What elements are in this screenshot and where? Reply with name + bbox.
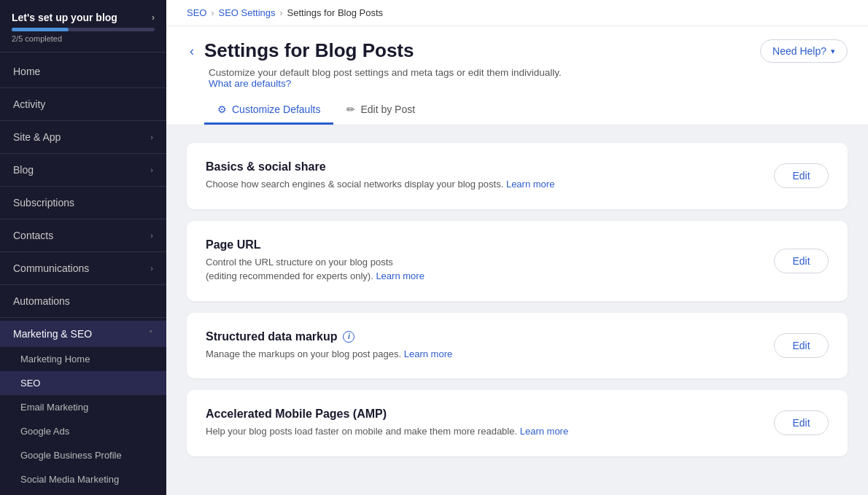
sidebar-item-label: Site & App [13,131,61,143]
setup-banner[interactable]: Let's set up your blog › 2/5 completed [0,0,166,52]
sidebar-item-label: Home [13,66,40,77]
sidebar-item-label: Communications [13,262,89,274]
sidebar-item-activity[interactable]: Activity [0,91,166,117]
sidebar-item-google-ads[interactable]: Google Ads [0,419,166,443]
sidebar-item-marketing-home[interactable]: Marketing Home [0,347,166,371]
card-title: Accelerated Mobile Pages (AMP) [206,408,568,421]
card-basics-social: Basics & social share Choose how search … [187,143,848,209]
setup-completed-text: 2/5 completed [12,34,155,43]
need-help-button[interactable]: Need Help? ▾ [760,39,848,63]
sub-nav-label: Email Marketing [20,402,88,413]
card-desc: Choose how search engines & social netwo… [206,177,554,192]
tabs-container: ⚙ Customize Defaults ✏ Edit by Post [204,96,848,125]
tab-label: Customize Defaults [232,104,320,115]
tab-customize-defaults[interactable]: ⚙ Customize Defaults [204,96,333,125]
nav-section: Home Activity Site & App › Blog › Subscr… [0,52,166,495]
breadcrumb-sep-1: › [211,8,214,18]
learn-more-link[interactable]: Learn more [376,270,424,281]
content-area: Basics & social share Choose how search … [166,125,868,495]
breadcrumb-sep-2: › [280,8,283,18]
card-body: Page URL Control the URL structure on yo… [206,238,425,284]
sub-nav-label: Google Business Profile [20,450,122,461]
card-structured-data: Structured data markup i Manage the mark… [187,313,848,379]
back-button[interactable]: ‹ [187,43,197,59]
learn-more-link[interactable]: Learn more [520,426,568,437]
chevron-down-icon: ▾ [831,47,835,56]
card-desc: Help your blog posts load faster on mobi… [206,424,568,439]
sidebar-item-email-marketing[interactable]: Email Marketing [0,395,166,419]
card-desc: Control the URL structure on your blog p… [206,255,425,284]
breadcrumb-seo-settings[interactable]: SEO Settings [218,7,275,18]
chevron-right-icon: › [150,133,153,141]
sidebar-item-marketing-seo[interactable]: Marketing & SEO ˄ [0,321,166,347]
chevron-right-icon: › [150,231,153,240]
sidebar-item-blog[interactable]: Blog › [0,157,166,183]
pencil-icon: ✏ [346,104,355,115]
breadcrumb-current: Settings for Blog Posts [287,7,384,18]
sub-nav-label: SEO [20,378,40,389]
chevron-up-icon: ˄ [149,330,153,339]
sidebar-item-seo[interactable]: SEO [0,371,166,395]
sidebar-item-label: Marketing & SEO [13,328,92,340]
card-title: Basics & social share [206,160,554,174]
chevron-right-icon: › [150,165,153,174]
sidebar-item-label: Subscriptions [13,197,74,208]
edit-pageurl-button[interactable]: Edit [774,249,829,273]
sidebar-item-contacts[interactable]: Contacts › [0,222,166,249]
sidebar-item-google-business-profile[interactable]: Google Business Profile [0,443,166,467]
sub-nav-label: Social Media Marketing [20,474,119,485]
edit-structured-button[interactable]: Edit [774,333,829,358]
info-icon[interactable]: i [343,331,354,343]
chevron-right-icon: › [150,264,153,273]
learn-more-link[interactable]: Learn more [404,348,452,359]
card-page-url: Page URL Control the URL structure on yo… [187,221,848,301]
sub-nav-label: Marketing Home [20,354,90,365]
page-title: Settings for Blog Posts [204,39,414,62]
card-body: Accelerated Mobile Pages (AMP) Help your… [206,408,568,439]
sidebar-item-subscriptions[interactable]: Subscriptions [0,190,166,216]
learn-more-link[interactable]: Learn more [506,179,554,190]
card-amp: Accelerated Mobile Pages (AMP) Help your… [187,390,848,456]
sub-nav-label: Google Ads [20,426,69,437]
card-body: Structured data markup i Manage the mark… [206,330,452,362]
main-content: SEO › SEO Settings › Settings for Blog P… [166,0,868,495]
need-help-label: Need Help? [772,45,826,57]
page-header: ‹ Settings for Blog Posts Need Help? ▾ C… [166,26,868,125]
sidebar: Let's set up your blog › 2/5 completed H… [0,0,166,495]
setup-arrow-icon: › [152,12,155,23]
sidebar-item-home[interactable]: Home [0,58,166,85]
sidebar-item-label: Activity [13,98,45,110]
edit-amp-button[interactable]: Edit [774,410,829,435]
card-desc: Manage the markups on your blog post pag… [206,347,452,362]
progress-bar-fill [12,28,69,31]
card-body: Basics & social share Choose how search … [206,160,554,192]
tab-edit-by-post[interactable]: ✏ Edit by Post [333,96,428,125]
sidebar-item-site-app[interactable]: Site & App › [0,124,166,150]
breadcrumb-seo[interactable]: SEO [187,7,206,18]
defaults-link[interactable]: What are defaults? [209,78,291,89]
breadcrumb: SEO › SEO Settings › Settings for Blog P… [166,0,868,26]
page-description: Customize your default blog post setting… [209,67,848,89]
sidebar-item-social-media-marketing[interactable]: Social Media Marketing [0,467,166,491]
tab-label: Edit by Post [360,104,415,115]
gear-icon: ⚙ [217,104,227,115]
sidebar-item-communications[interactable]: Communications › [0,255,166,281]
sidebar-item-label: Contacts [13,230,53,241]
setup-title: Let's set up your blog [12,12,117,23]
sidebar-item-automations[interactable]: Automations [0,288,166,314]
card-title: Page URL [206,238,425,252]
card-title: Structured data markup i [206,330,452,343]
sidebar-item-label: Blog [13,164,34,176]
sidebar-item-marketing-integrations[interactable]: Marketing Integrations [0,491,166,495]
progress-bar-bg [12,28,155,31]
sidebar-item-label: Automations [13,295,70,307]
edit-basics-button[interactable]: Edit [774,163,829,188]
